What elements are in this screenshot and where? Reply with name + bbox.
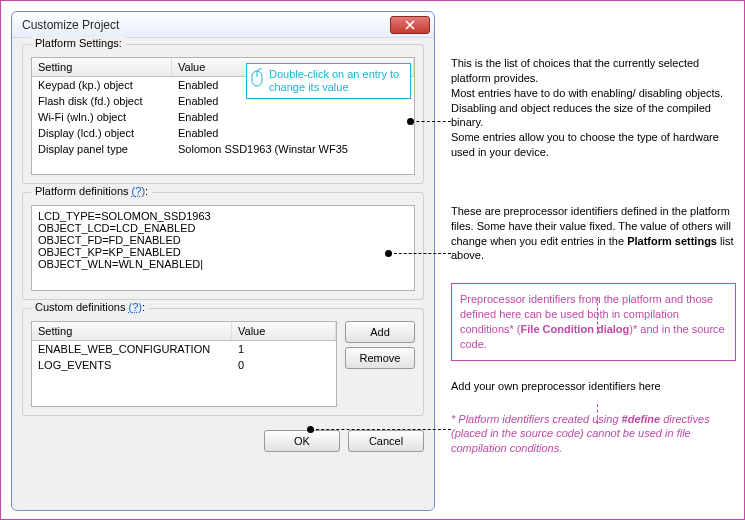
help-link[interactable]: (?) (129, 301, 142, 313)
connector-line (389, 253, 451, 254)
custom-definitions-group: Custom definitions (?): Setting Value EN… (22, 308, 424, 416)
hint-text: Double-click on an entry to change its v… (269, 68, 399, 93)
connector-dot (385, 250, 392, 257)
cell-value: 0 (232, 357, 336, 373)
annotations: This is the list of choices that the cur… (451, 11, 736, 456)
platform-definitions-text[interactable]: LCD_TYPE=SOLOMON_SSD1963 OBJECT_LCD=LCD_… (31, 205, 415, 291)
annotation-preprocessor-box: Preprocessor identifiers from the platfo… (451, 283, 736, 360)
doubleclick-hint: Double-click on an entry to change its v… (246, 63, 411, 99)
cell-setting: Display panel type (32, 141, 172, 157)
cancel-button[interactable]: Cancel (348, 430, 424, 452)
custom-definitions-grid[interactable]: Setting Value ENABLE_WEB_CONFIGURATION 1… (31, 321, 337, 407)
custom-definitions-label: Custom definitions (?): (31, 301, 149, 313)
platform-settings-label: Platform Settings: (31, 37, 126, 49)
col-value-header: Value (232, 322, 336, 340)
table-row[interactable]: Wi-Fi (wln.) object Enabled (32, 109, 414, 125)
table-row[interactable]: Display (lcd.) object Enabled (32, 125, 414, 141)
connector-dot (407, 118, 414, 125)
annotation-platform-settings: This is the list of choices that the cur… (451, 56, 736, 160)
connector-line (311, 429, 451, 430)
annotation-custom-definitions: Add your own preprocessor identifiers he… (451, 379, 736, 394)
cell-setting: ENABLE_WEB_CONFIGURATION (32, 341, 232, 357)
cell-setting: Display (lcd.) object (32, 125, 172, 141)
help-link[interactable]: (?) (132, 185, 145, 197)
add-button[interactable]: Add (345, 321, 415, 343)
mouse-icon (251, 68, 265, 93)
cell-value: Solomon SSD1963 (Winstar WF35 (172, 141, 414, 157)
cell-setting: Wi-Fi (wln.) object (32, 109, 172, 125)
cell-value: Enabled (172, 125, 414, 141)
platform-definitions-label: Platform definitions (?): (31, 185, 152, 197)
col-setting-header: Setting (32, 58, 172, 76)
table-row[interactable]: LOG_EVENTS 0 (32, 357, 336, 373)
cell-value: 1 (232, 341, 336, 357)
close-button[interactable] (390, 16, 430, 34)
connector-dot (307, 426, 314, 433)
cell-setting: Keypad (kp.) object (32, 77, 172, 93)
table-row[interactable]: Display panel type Solomon SSD1963 (Wins… (32, 141, 414, 157)
annotation-platform-definitions: These are preprocessor identifiers defin… (451, 204, 736, 263)
dialog-body: Platform Settings: Setting Value Keypad … (12, 38, 434, 510)
col-setting-header: Setting (32, 322, 232, 340)
ok-button[interactable]: OK (264, 430, 340, 452)
connector-line (411, 121, 451, 122)
titlebar: Customize Project (12, 12, 434, 38)
remove-button[interactable]: Remove (345, 347, 415, 369)
cell-setting: Flash disk (fd.) object (32, 93, 172, 109)
grid-header: Setting Value (32, 322, 336, 341)
annotation-footnote: * Platform identifiers created using #de… (451, 412, 736, 457)
table-row[interactable]: ENABLE_WEB_CONFIGURATION 1 (32, 341, 336, 357)
dialog-title: Customize Project (22, 18, 119, 32)
close-icon (405, 20, 415, 30)
cell-setting: LOG_EVENTS (32, 357, 232, 373)
cell-value: Enabled (172, 109, 414, 125)
platform-definitions-group: Platform definitions (?): LCD_TYPE=SOLOM… (22, 192, 424, 300)
